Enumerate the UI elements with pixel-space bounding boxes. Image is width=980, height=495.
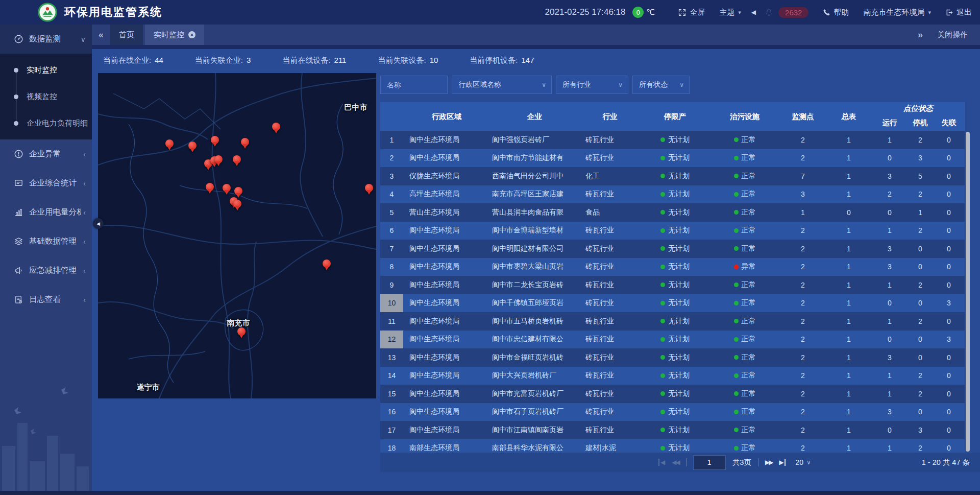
close-icon[interactable]: × (188, 31, 195, 38)
map-pin[interactable] (234, 187, 242, 195)
map-pin[interactable] (365, 184, 373, 192)
table-row[interactable]: 14阆中生态环境局阆中大兴页岩机砖厂砖瓦行业无计划正常21120 (380, 367, 965, 385)
table-row[interactable]: 4高坪生态环境局南充市高坪区王家店建砖瓦行业无计划正常31220 (380, 185, 965, 204)
table-row[interactable]: 6阆中生态环境局阆中市金博瑞新型墙材砖瓦行业无计划正常21120 (380, 222, 965, 240)
theme-button[interactable]: 主题 ▾ (719, 8, 741, 17)
tabs-scroll-right-button[interactable]: » (918, 30, 923, 40)
sidebar-item-power-load-detail[interactable]: 企业电力负荷明细 (0, 110, 92, 136)
col-header-point-status: 点位状态 (872, 102, 965, 115)
help-button[interactable]: 帮助 (823, 8, 849, 17)
tab-realtime-monitor[interactable]: 实时监控 × (145, 25, 204, 45)
cell-running: 3 (872, 348, 908, 367)
first-page-button[interactable]: ◀ (658, 459, 665, 466)
next-page-button[interactable]: ▶▶ (765, 459, 772, 466)
map-pin[interactable] (272, 123, 280, 131)
table-row[interactable]: 16阆中生态环境局阆中市石子页岩机砖厂砖瓦行业无计划正常21300 (380, 403, 965, 421)
page-number-input[interactable] (693, 455, 726, 470)
stat-label: 当前在线设备: (282, 56, 330, 64)
table-row[interactable]: 10阆中生态环境局阆中千佛镇五郎垭页岩砖瓦行业无计划正常21003 (380, 294, 965, 313)
cell-running: 2 (872, 185, 908, 204)
cell-total-meters: 1 (826, 385, 872, 403)
mute-button[interactable]: ◀ (751, 9, 756, 16)
map-pin[interactable] (233, 155, 241, 163)
user-menu[interactable]: 南充市生态环境局 ▾ (863, 8, 931, 17)
sidebar-item-video-monitor[interactable]: 视频监控 (0, 83, 92, 110)
table-row[interactable]: 2阆中生态环境局阆中市南方节能建材有砖瓦行业无计划正常21030 (380, 149, 965, 168)
sidebar-item-log-view[interactable]: 日志查看 ‹ (0, 285, 92, 314)
sidebar-item-label: 企业电力负荷明细 (27, 119, 88, 128)
app-title: 环保用电监管系统 (64, 5, 162, 20)
map-pin[interactable] (223, 184, 231, 192)
map-pin[interactable] (241, 138, 249, 146)
industry-select[interactable]: 所有行业 ∨ (556, 76, 628, 94)
cell-running: 1 (872, 222, 908, 240)
status-dot (734, 228, 739, 233)
map-pin[interactable] (206, 183, 214, 191)
exclamation-circle-icon (14, 149, 23, 159)
table-row[interactable]: 13阆中生态环境局阆中市金福旺页岩机砖砖瓦行业无计划正常21300 (380, 348, 965, 367)
cell-region: 阆中生态环境局 (403, 403, 490, 421)
page-size-select[interactable]: 20 ∨ (795, 458, 811, 466)
cell-stopped: 1 (908, 203, 933, 222)
stat-offline-devices: 当前失联设备:10 (378, 56, 438, 65)
sidebar-item-company-statistics[interactable]: 企业综合统计 ‹ (0, 169, 92, 198)
map-pin[interactable] (214, 155, 223, 163)
status-select[interactable]: 所有状态 ∨ (632, 76, 690, 94)
divider (686, 458, 687, 466)
map-pin[interactable] (237, 327, 246, 336)
table-row[interactable]: 12阆中生态环境局阆中市忠信建材有限公砖瓦行业无计划正常21003 (380, 331, 965, 349)
last-page-button[interactable]: ▶ (779, 459, 786, 466)
cell-region: 阆中生态环境局 (403, 294, 490, 313)
cell-stopped: 2 (908, 131, 933, 149)
table-row[interactable]: 17阆中生态环境局阆中市江南镇阆南页岩砖瓦行业无计划正常21030 (380, 421, 965, 439)
header-right: 2021-02-25 17:46:18 0 ℃ 全屏 主题 ▾ ◀ 2632 (545, 7, 980, 18)
logout-button[interactable]: 退出 (945, 8, 972, 17)
cell-monitor-points: 2 (780, 131, 826, 149)
table-row[interactable]: 15阆中生态环境局阆中市光富页岩机砖厂砖瓦行业无计划正常21120 (380, 385, 965, 403)
sidebar-item-emergency-reduction[interactable]: 应急减排管理 ‹ (0, 256, 92, 285)
map-pin[interactable] (233, 200, 241, 208)
table-row[interactable]: 1阆中生态环境局阆中强锐页岩砖厂砖瓦行业无计划正常21120 (380, 131, 965, 149)
close-operations-button[interactable]: 关闭操作 (937, 30, 968, 40)
pagination-controls: ◀ ◀◀ 共3页 ▶▶ ▶ 20 ∨ (658, 455, 811, 470)
table-row[interactable]: 7阆中生态环境局阆中明阳建材有限公司砖瓦行业无计划正常21300 (380, 240, 965, 258)
prev-page-button[interactable]: ◀◀ (672, 459, 679, 466)
map-pin[interactable] (165, 139, 174, 148)
sidebar-item-data-monitoring[interactable]: 数据监测 ∨ (0, 25, 92, 54)
stat-label: 当前失联企业: (195, 56, 243, 64)
tab-home[interactable]: 首页 (110, 25, 143, 45)
map-pin[interactable] (211, 136, 219, 144)
sidebar-item-company-abnormal[interactable]: 企业异常 ‹ (0, 139, 92, 169)
notification-badge: 2632 (778, 7, 808, 18)
cell-industry: 砖瓦行业 (579, 312, 641, 331)
sidebar-item-power-usage-analysis[interactable]: 企业用电量分析 ‹ (0, 198, 92, 227)
notification-button[interactable]: 2632 (765, 7, 808, 18)
table-row[interactable]: 8阆中生态环境局阆中市枣碧大梁山页岩砖瓦行业无计划异常21300 (380, 258, 965, 276)
sidebar-item-realtime-monitor[interactable]: 实时监控 (0, 57, 92, 83)
tabs-scroll-left-button[interactable]: « (92, 30, 110, 40)
table-row[interactable]: 3仪陇生态环境局西南油气田分公司川中化工无计划正常71350 (380, 167, 965, 185)
vertical-scrollbar[interactable] (966, 132, 970, 452)
cell-total-meters: 1 (826, 149, 872, 168)
chevron-left-icon: ‹ (83, 238, 86, 246)
table-row[interactable]: 18南部生态环境局南部县科华水泥有限公建材|水泥无计划正常21120 (380, 439, 965, 453)
name-search-input[interactable] (380, 76, 448, 94)
map-panel[interactable]: 巴中市南充市遂宁市 (98, 73, 376, 398)
industry-select-value: 所有行业 (562, 80, 591, 89)
region-select[interactable]: 行政区域名称 ∨ (452, 76, 552, 94)
sidebar-item-base-data-management[interactable]: 基础数据管理 ‹ (0, 227, 92, 256)
filter-bar: 行政区域名称 ∨ 所有行业 ∨ 所有状态 ∨ (380, 76, 980, 94)
map-pin[interactable] (188, 142, 197, 150)
cell-industry: 砖瓦行业 (579, 149, 641, 168)
col-header-limit-production: 停限产 (641, 102, 709, 131)
table-row[interactable]: 9阆中生态环境局阆中市二龙长宝页岩砖砖瓦行业无计划正常21120 (380, 276, 965, 294)
map-pin[interactable] (323, 260, 331, 268)
fullscreen-button[interactable]: 全屏 (678, 8, 705, 17)
cell-stopped: 3 (908, 421, 933, 439)
cell-industry: 食品 (579, 203, 641, 222)
cell-stopped: 0 (908, 348, 933, 367)
table-row[interactable]: 5营山生态环境局营山县润丰肉食品有限食品无计划正常10010 (380, 203, 965, 222)
map-collapse-button[interactable]: ◀ (93, 218, 104, 229)
table-row[interactable]: 11阆中生态环境局阆中市五马桥页岩机砖砖瓦行业无计划正常21120 (380, 312, 965, 331)
cell-company: 阆中明阳建材有限公司 (490, 240, 579, 258)
